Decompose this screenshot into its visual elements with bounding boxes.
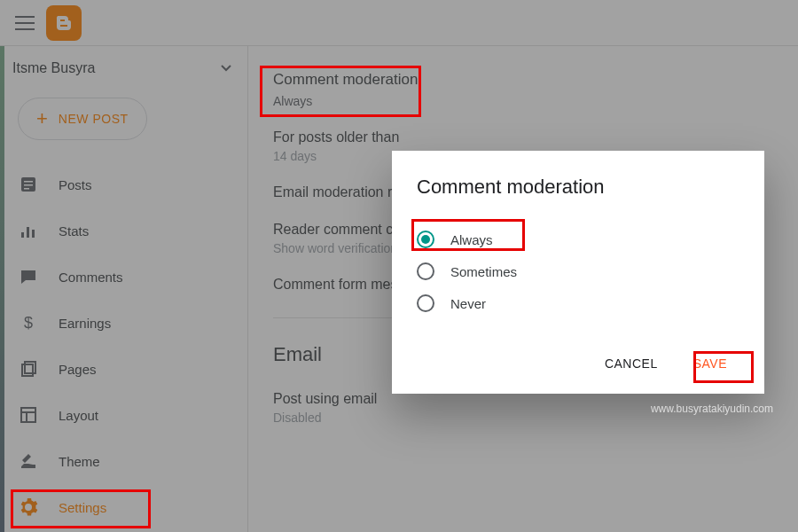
radio-label: Always bbox=[450, 232, 493, 247]
save-button[interactable]: SAVE bbox=[681, 348, 739, 379]
radio-unselected-icon bbox=[417, 294, 434, 312]
comment-moderation-dialog: Comment moderation Always Sometimes Neve… bbox=[392, 151, 764, 394]
radio-option-always[interactable]: Always bbox=[417, 223, 739, 255]
radio-option-sometimes[interactable]: Sometimes bbox=[417, 255, 739, 287]
radio-label: Sometimes bbox=[450, 264, 517, 279]
dialog-title: Comment moderation bbox=[417, 176, 739, 199]
radio-label: Never bbox=[450, 296, 486, 311]
radio-selected-icon bbox=[417, 231, 434, 248]
cancel-button[interactable]: CANCEL bbox=[592, 348, 670, 379]
radio-unselected-icon bbox=[417, 262, 434, 280]
watermark: www.busyratakiyudin.com bbox=[651, 403, 773, 415]
radio-option-never[interactable]: Never bbox=[417, 287, 739, 319]
